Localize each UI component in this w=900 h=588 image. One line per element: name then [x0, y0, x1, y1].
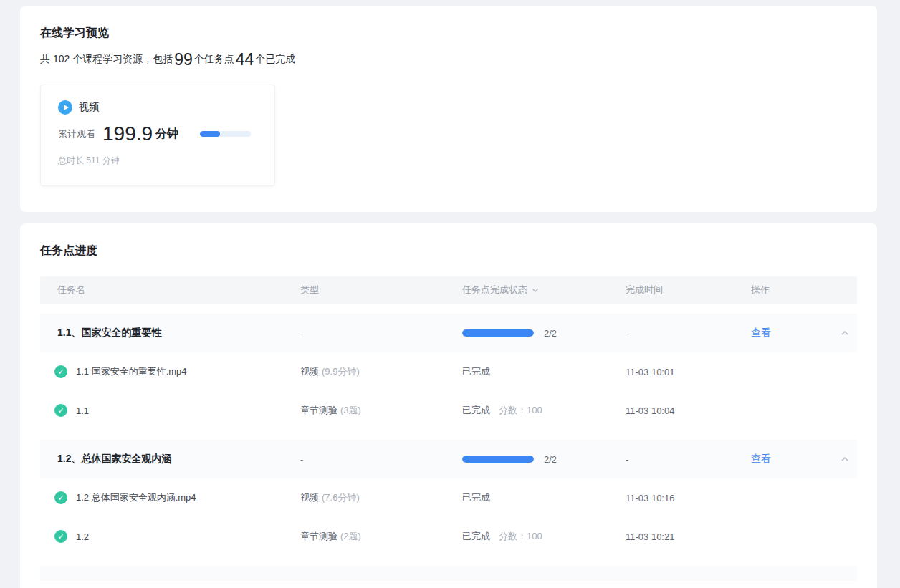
chevron-up-icon [840, 454, 850, 464]
check-circle-icon: ✓ [54, 530, 67, 543]
task-table: 任务名 类型 任务点完成状态 完成时间 操作 1.1、国家安全的重要性 - 2/… [40, 276, 857, 581]
task-row: ✓ 1.1 章节测验(3题) 已完成分数：100 11-03 10:04 [40, 391, 857, 430]
task-type-extra: (9.9分钟) [322, 366, 360, 377]
col-status-filter[interactable]: 任务点完成状态 [462, 284, 626, 297]
chevron-up-icon [840, 328, 850, 338]
view-link[interactable]: 查看 [751, 453, 771, 464]
group-progress-text: 2/2 [544, 454, 557, 465]
group-row[interactable]: 1.1、国家安全的重要性 - 2/2 - 查看 [40, 314, 857, 352]
video-total-duration: 总时长 511 分钟 [58, 155, 257, 167]
video-progress-bar [200, 131, 251, 137]
task-status: 已完成 [462, 405, 490, 415]
task-row: ✓ 1.1 国家安全的重要性.mp4 视频(9.9分钟) 已完成 11-03 1… [40, 352, 857, 391]
collapse-toggle[interactable] [833, 454, 857, 464]
task-score: 分数：100 [499, 531, 542, 541]
task-time: 11-03 10:04 [626, 405, 751, 416]
task-type: 章节测验 [300, 531, 338, 541]
task-row: ✓ 1.2 章节测验(2题) 已完成分数：100 11-03 10:21 [40, 517, 857, 556]
task-score: 分数：100 [499, 405, 542, 415]
collapse-toggle[interactable] [833, 328, 857, 338]
task-type: 视频 [300, 366, 319, 377]
group-row[interactable]: 1.2、总体国家安全观内涵 - 2/2 - 查看 [40, 440, 857, 478]
task-group-section: 1.1、国家安全的重要性 - 2/2 - 查看 ✓ 1.1 国家安全的重要性.m… [40, 314, 857, 430]
play-icon [58, 100, 72, 115]
col-type: 类型 [300, 284, 462, 297]
group-type: - [300, 454, 462, 465]
task-type: 章节测验 [300, 405, 338, 415]
group-name: 1.2、总体国家安全观内涵 [40, 453, 300, 466]
watched-value: 199.9 [102, 122, 153, 146]
task-points-count: 99 [173, 50, 194, 69]
summary-suffix: 个已完成 [255, 53, 295, 66]
summary-mid: 个任务点 [194, 53, 234, 66]
overview-title: 在线学习预览 [40, 24, 857, 42]
task-status: 已完成 [462, 492, 490, 503]
check-circle-icon: ✓ [54, 404, 67, 417]
task-type: 视频 [300, 492, 319, 503]
task-name: 1.2 [76, 531, 89, 542]
col-task-name: 任务名 [40, 284, 300, 297]
task-status: 已完成 [462, 366, 490, 377]
check-circle-icon: ✓ [54, 365, 67, 378]
check-circle-icon: ✓ [54, 491, 67, 504]
task-name: 1.2 总体国家安全观内涵.mp4 [76, 491, 196, 504]
task-type-extra: (7.6分钟) [322, 492, 360, 503]
summary-prefix: 共 102 个课程学习资源，包括 [40, 53, 173, 66]
col-time: 完成时间 [626, 284, 751, 297]
table-row-partial[interactable] [40, 566, 857, 581]
task-name: 1.1 国家安全的重要性.mp4 [76, 365, 187, 378]
col-action: 操作 [751, 284, 833, 297]
group-name: 1.1、国家安全的重要性 [40, 327, 300, 339]
task-progress-title: 任务点进度 [40, 242, 857, 259]
group-time: - [626, 454, 751, 465]
group-progress: 2/2 [462, 328, 626, 339]
task-table-body: 1.1、国家安全的重要性 - 2/2 - 查看 ✓ 1.1 国家安全的重要性.m… [40, 314, 857, 556]
view-link[interactable]: 查看 [751, 327, 771, 338]
overview-card: 在线学习预览 共 102 个课程学习资源，包括 99 个任务点 44 个已完成 … [20, 6, 877, 212]
task-progress-card: 任务点进度 任务名 类型 任务点完成状态 完成时间 操作 1.1、国家安全的重要… [20, 223, 877, 588]
group-time: - [626, 328, 751, 339]
group-type: - [300, 328, 462, 339]
task-name: 1.1 [76, 405, 89, 416]
task-group-section: 1.2、总体国家安全观内涵 - 2/2 - 查看 ✓ 1.2 总体国家安全观内涵… [40, 440, 857, 556]
task-status: 已完成 [462, 531, 490, 541]
watched-unit: 分钟 [155, 127, 178, 142]
video-progress-fill [200, 131, 220, 137]
task-row: ✓ 1.2 总体国家安全观内涵.mp4 视频(7.6分钟) 已完成 11-03 … [40, 478, 857, 517]
task-type-extra: (3题) [340, 405, 361, 415]
task-type-extra: (2题) [340, 531, 361, 541]
task-table-header: 任务名 类型 任务点完成状态 完成时间 操作 [40, 276, 857, 304]
video-label: 视频 [79, 101, 99, 114]
group-progress-bar [462, 329, 534, 337]
overview-summary: 共 102 个课程学习资源，包括 99 个任务点 44 个已完成 [40, 50, 857, 69]
group-progress-text: 2/2 [544, 328, 557, 339]
task-time: 11-03 10:16 [626, 493, 751, 503]
task-time: 11-03 10:01 [626, 367, 751, 377]
group-progress-bar [462, 456, 534, 463]
task-time: 11-03 10:21 [626, 531, 751, 542]
chevron-down-icon [531, 286, 540, 294]
col-status-label: 任务点完成状态 [462, 284, 527, 297]
video-stat-card: 视频 累计观看 199.9 分钟 总时长 511 分钟 [40, 85, 275, 186]
completed-count: 44 [234, 50, 256, 69]
watched-label: 累计观看 [58, 127, 95, 140]
group-progress: 2/2 [462, 454, 626, 465]
